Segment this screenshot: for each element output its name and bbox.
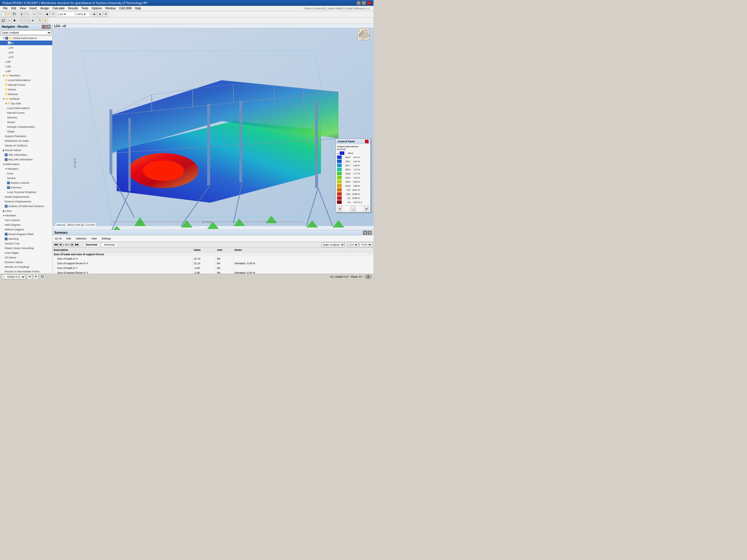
- nav-extremes[interactable]: Extremes: [0, 185, 52, 190]
- nav-outlines[interactable]: Outlines of Deformed Surfaces: [0, 204, 52, 209]
- nav-members-section[interactable]: ▼ 📁 Members: [0, 73, 52, 78]
- redo-btn[interactable]: ↪: [37, 12, 43, 17]
- play-btn[interactable]: ▶: [92, 12, 97, 17]
- summary-close-btn[interactable]: ✕: [368, 231, 372, 235]
- view3d-btn[interactable]: 🔲: [1, 18, 6, 23]
- status-btn-2[interactable]: 👁: [33, 274, 38, 279]
- stop-btn[interactable]: ■: [98, 12, 103, 17]
- nav-section-cuts[interactable]: Section Cuts: [0, 241, 52, 246]
- undo-btn[interactable]: ↩: [32, 12, 37, 17]
- minimize-button[interactable]: ─: [357, 1, 361, 5]
- print-prev-btn[interactable]: 🔍: [25, 12, 30, 17]
- zoom-out-btn[interactable]: 🔍: [25, 18, 30, 23]
- menu-options[interactable]: Options: [90, 6, 103, 10]
- open-btn[interactable]: 📂: [6, 12, 11, 17]
- solid-btn[interactable]: ⬢: [12, 18, 17, 23]
- menu-calculate[interactable]: Calculate: [51, 6, 67, 10]
- menu-help[interactable]: Help: [133, 6, 143, 10]
- move-btn[interactable]: ✛: [50, 12, 55, 17]
- nav-two-colored[interactable]: Two-Colored: [0, 218, 52, 222]
- tab-summary[interactable]: Summary: [101, 243, 118, 246]
- zoom-fit-btn[interactable]: ⊞: [30, 18, 35, 23]
- maximize-button[interactable]: □: [362, 1, 366, 5]
- select-btn[interactable]: ▣: [45, 12, 50, 17]
- menu-file[interactable]: File: [1, 6, 9, 10]
- wireframe-btn[interactable]: ⬡: [6, 18, 11, 23]
- nav-top-side[interactable]: ▼ 📁 Top Side: [0, 101, 52, 106]
- nav-results-inter-pts[interactable]: Results in Intermediate Points: [0, 269, 52, 273]
- nav-without-diagram[interactable]: Without Diagram: [0, 227, 52, 232]
- extremes-checkbox[interactable]: [7, 186, 10, 189]
- sum-goto-btn[interactable]: Go To: [54, 237, 63, 240]
- nav-strains2[interactable]: Strains: [0, 120, 52, 125]
- cp-grid-btn[interactable]: ⊞: [364, 206, 369, 211]
- global-def-checkbox[interactable]: [5, 37, 8, 40]
- nav-result-diag-filled[interactable]: Result Diagram Filled: [0, 232, 52, 237]
- settings-btn[interactable]: ⚙: [103, 12, 108, 17]
- nav-stresses2[interactable]: Stresses: [0, 115, 52, 120]
- menu-window[interactable]: Window: [104, 6, 118, 10]
- nav-global-deformations[interactable]: ▼ 📁 Global Deformations: [0, 36, 52, 41]
- status-btn-1[interactable]: ⚙: [27, 274, 32, 279]
- result-diag-checkbox[interactable]: [5, 233, 7, 236]
- nav-extreme-disp[interactable]: Extreme Displacement: [0, 199, 52, 204]
- status-btn-3[interactable]: 🔲: [40, 274, 45, 279]
- nav-phiy[interactable]: 📊 φy: [0, 64, 52, 69]
- view-select[interactable]: 1 - Global XYZ: [2, 274, 26, 279]
- menu-assign[interactable]: Assign: [38, 6, 51, 10]
- nav-pin-btn[interactable]: 📌: [42, 25, 46, 29]
- last-page-btn[interactable]: ▶▶: [75, 243, 79, 247]
- tab-overview[interactable]: Overview: [83, 243, 100, 246]
- nav-local-def[interactable]: 📁 Local Deformations: [0, 78, 52, 83]
- direction-dropdown[interactable]: +XΓΝ ▼: [75, 12, 90, 17]
- nav-plastic-smooth[interactable]: Plastic Stress Smoothing: [0, 246, 52, 250]
- nav-deformation[interactable]: ▼ Deformation: [0, 162, 52, 166]
- nav-int-forces2[interactable]: Internal Forces: [0, 110, 52, 115]
- nav-result-values[interactable]: ▶ Result Values: [0, 148, 52, 153]
- first-page-btn[interactable]: ◀◀: [54, 243, 58, 247]
- nav-u-abs[interactable]: 📊 |u|: [0, 41, 52, 45]
- zoom-in-btn[interactable]: 🔍: [19, 18, 24, 23]
- menu-results[interactable]: Results: [67, 6, 80, 10]
- nav-def-members[interactable]: ▼ Members: [0, 166, 52, 171]
- nav-extreme-values[interactable]: Extreme Values: [0, 260, 52, 265]
- nav-nodal-disp[interactable]: Nodal Displacements: [0, 194, 52, 199]
- nav-values-surf[interactable]: Values on Surfaces: [0, 143, 52, 148]
- nav-analysis-dropdown[interactable]: Static Analysis: [1, 30, 52, 35]
- cp-chart-btn[interactable]: 📊: [351, 206, 356, 211]
- section-colored-checkbox[interactable]: [7, 181, 10, 184]
- menu-insert[interactable]: Insert: [28, 6, 38, 10]
- close-button[interactable]: ✕: [367, 1, 371, 5]
- lc-dropdown[interactable]: LC4 ▼: [57, 12, 75, 17]
- nav-ux[interactable]: 📊 ux: [0, 45, 52, 50]
- nav-results-couplings[interactable]: Results on Couplings: [0, 265, 52, 269]
- nav-phix[interactable]: 📊 φx: [0, 59, 52, 64]
- direction-select[interactable]: +XΓΝ: [359, 242, 372, 247]
- sum-settings-btn[interactable]: Settings: [100, 237, 112, 240]
- sum-view-btn[interactable]: View: [90, 237, 98, 240]
- nav-all-values[interactable]: All Values: [0, 255, 52, 260]
- control-panel-close-btn[interactable]: ×: [365, 140, 368, 143]
- nav-internal-forces[interactable]: 📁 Internal Forces: [0, 83, 52, 87]
- sum-edit-btn[interactable]: Edit: [66, 237, 72, 240]
- menu-cad-bim[interactable]: CAD-BIM: [117, 6, 133, 10]
- lc-select[interactable]: LC4: [347, 242, 359, 247]
- nav-section[interactable]: Section: [0, 176, 52, 181]
- nav-stresses-members[interactable]: 📁 Stresses: [0, 92, 52, 97]
- pan-btn[interactable]: ✋: [43, 18, 48, 23]
- nav-phiz[interactable]: 📊 φz: [0, 69, 52, 73]
- nav-shape[interactable]: Shape: [0, 129, 52, 134]
- nav-local-tors[interactable]: Local Torsional Rotations: [0, 190, 52, 194]
- menu-view[interactable]: View: [18, 6, 28, 10]
- prev-page-btn[interactable]: ◀: [58, 243, 62, 247]
- nav-max-min[interactable]: Max./Min Information: [0, 157, 52, 162]
- nav-with-diagram[interactable]: With Diagram: [0, 222, 52, 227]
- nav-lines-sec[interactable]: ▶ Lines: [0, 209, 52, 213]
- nav-strains-members[interactable]: 📁 Strains: [0, 87, 52, 92]
- rotate-btn[interactable]: ↻: [37, 18, 43, 23]
- nav-inner-edges[interactable]: Inner Edges: [0, 250, 52, 255]
- nav-title-info[interactable]: Title Information: [0, 153, 52, 157]
- new-btn[interactable]: 📄: [1, 12, 6, 17]
- outlines-checkbox[interactable]: [5, 205, 7, 208]
- summary-expand-btn[interactable]: ▲: [363, 231, 367, 235]
